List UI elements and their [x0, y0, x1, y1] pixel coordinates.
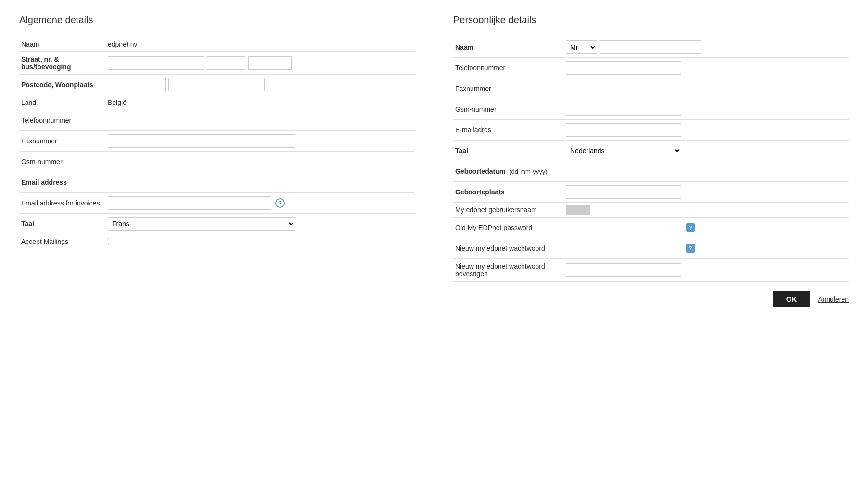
- gsm-label: Gsm-nummer: [19, 152, 106, 172]
- right-telefoon-row: Telefoonnummer: [453, 58, 849, 78]
- right-telefoon-cell: [564, 58, 849, 78]
- geboorteplaats-cell: [564, 182, 849, 203]
- fax-cell: [106, 131, 415, 152]
- right-taal-label: Taal: [453, 141, 564, 161]
- right-email-label: E-mailadres: [453, 120, 564, 141]
- right-fax-cell: [564, 78, 849, 99]
- telefoon-cell: [106, 110, 415, 131]
- old-password-input[interactable]: [566, 221, 681, 234]
- gebruikersnaam-row: My edpnet gebruikersnaam ••••••: [453, 203, 849, 218]
- gsm-row: Gsm-nummer: [19, 152, 415, 172]
- postcode-inputs: [106, 75, 415, 95]
- geboorteplaats-label: Geboorteplaats: [453, 182, 564, 203]
- geboortedatum-input[interactable]: [566, 165, 681, 178]
- confirm-password-input[interactable]: [566, 263, 681, 277]
- geboorteplaats-row: Geboorteplaats: [453, 182, 849, 203]
- right-taal-cell: Nederlands Frans Engels: [564, 141, 849, 161]
- right-gsm-row: Gsm-nummer: [453, 99, 849, 120]
- new-password-row: Nieuw my edpnet wachtwoord ?: [453, 238, 849, 259]
- straat-bus-input[interactable]: [248, 56, 292, 70]
- right-email-input[interactable]: [566, 123, 681, 137]
- geboorteplaats-input[interactable]: [566, 185, 681, 199]
- right-naam-row: Naam Mr Mrs Ms Dr: [453, 37, 849, 58]
- confirm-password-row: Nieuw my edpnet wachtwoord bevestigen: [453, 259, 849, 282]
- taal-row: Taal Frans Nederlands Engels: [19, 214, 415, 234]
- email-invoice-input[interactable]: [108, 196, 271, 210]
- gsm-cell: [106, 152, 415, 172]
- straat-row: Straat, nr. & bus/toevoeging: [19, 52, 415, 75]
- email-label: Email address: [19, 172, 106, 193]
- persoonlijke-details-section: Persoonlijke details Naam Mr Mrs Ms Dr: [453, 14, 849, 307]
- telefoon-row: Telefoonnummer: [19, 110, 415, 131]
- confirm-password-label: Nieuw my edpnet wachtwoord bevestigen: [453, 259, 564, 282]
- right-email-row: E-mailadres: [453, 120, 849, 141]
- naam-value: edpnet nv: [106, 37, 415, 52]
- right-fax-label: Faxnummer: [453, 78, 564, 99]
- straat-inputs: [106, 52, 415, 75]
- right-fax-row: Faxnummer: [453, 78, 849, 99]
- right-gsm-input[interactable]: [566, 103, 681, 116]
- fax-row: Faxnummer: [19, 131, 415, 152]
- new-password-cell: ?: [564, 238, 849, 259]
- naam-row: Naam edpnet nv: [19, 37, 415, 52]
- straat-input[interactable]: [108, 56, 204, 70]
- geboortedatum-cell: [564, 161, 849, 182]
- woonplaats-input[interactable]: [168, 78, 265, 91]
- confirm-password-cell: [564, 259, 849, 282]
- old-password-help-icon[interactable]: ?: [686, 223, 695, 232]
- land-label: Land: [19, 95, 106, 110]
- new-password-input[interactable]: [566, 242, 681, 255]
- title-select[interactable]: Mr Mrs Ms Dr: [566, 40, 597, 54]
- button-row: OK Annuleren: [453, 291, 849, 307]
- email-input[interactable]: [108, 176, 295, 189]
- fax-label: Faxnummer: [19, 131, 106, 152]
- naam-label: Naam: [19, 37, 106, 52]
- straat-nr-input[interactable]: [207, 56, 245, 70]
- gebruikersnaam-value: ••••••: [566, 205, 590, 215]
- right-gsm-label: Gsm-nummer: [453, 99, 564, 120]
- persoonlijke-details-title: Persoonlijke details: [453, 14, 849, 26]
- email-row: Email address: [19, 172, 415, 193]
- naam-first-input[interactable]: [600, 40, 701, 54]
- fax-input[interactable]: [108, 134, 295, 148]
- old-password-row: Old My EDPnet password ?: [453, 218, 849, 238]
- telefoon-label: Telefoonnummer: [19, 110, 106, 131]
- gsm-input[interactable]: [108, 155, 295, 168]
- taal-cell: Frans Nederlands Engels: [106, 214, 415, 234]
- algemene-details-section: Algemene details Naam edpnet nv Straat, …: [19, 14, 415, 307]
- persoonlijke-details-form: Naam Mr Mrs Ms Dr Telefoonnummer: [453, 37, 849, 282]
- algemene-details-title: Algemene details: [19, 14, 415, 26]
- land-value: België: [106, 95, 415, 110]
- help-icon[interactable]: ?: [275, 198, 285, 208]
- accept-mailings-label: Accept Mailings: [19, 234, 106, 249]
- email-invoice-label: Email address for invoices: [19, 193, 106, 214]
- right-telefoon-input[interactable]: [566, 61, 681, 75]
- old-password-cell: ?: [564, 218, 849, 238]
- cancel-button[interactable]: Annuleren: [818, 295, 849, 303]
- postcode-input[interactable]: [108, 78, 166, 91]
- geboortedatum-row: Geboortedatum (dd-mm-yyyy): [453, 161, 849, 182]
- postcode-label: Postcode, Woonplaats: [19, 75, 106, 95]
- gebruikersnaam-label: My edpnet gebruikersnaam: [453, 203, 564, 218]
- right-taal-select[interactable]: Nederlands Frans Engels: [566, 144, 681, 157]
- taal-label: Taal: [19, 214, 106, 234]
- email-cell: [106, 172, 415, 193]
- accept-mailings-checkbox[interactable]: [108, 238, 115, 245]
- geboortedatum-suffix: (dd-mm-yyyy): [509, 168, 547, 175]
- telefoon-input[interactable]: [108, 114, 295, 127]
- right-taal-row: Taal Nederlands Frans Engels: [453, 141, 849, 161]
- email-invoice-row: Email address for invoices ?: [19, 193, 415, 214]
- ok-button[interactable]: OK: [773, 291, 811, 307]
- geboortedatum-label: Geboortedatum (dd-mm-yyyy): [453, 161, 564, 182]
- right-fax-input[interactable]: [566, 82, 681, 95]
- old-password-label: Old My EDPnet password: [453, 218, 564, 238]
- accept-mailings-cell: [106, 234, 415, 249]
- taal-select[interactable]: Frans Nederlands Engels: [108, 217, 295, 231]
- right-email-cell: [564, 120, 849, 141]
- accept-mailings-row: Accept Mailings: [19, 234, 415, 249]
- geboortedatum-label-text: Geboortedatum: [455, 167, 505, 175]
- new-password-label: Nieuw my edpnet wachtwoord: [453, 238, 564, 259]
- email-invoice-cell: ?: [106, 193, 415, 214]
- right-naam-cell: Mr Mrs Ms Dr: [564, 37, 849, 58]
- new-password-help-icon[interactable]: ?: [686, 244, 695, 253]
